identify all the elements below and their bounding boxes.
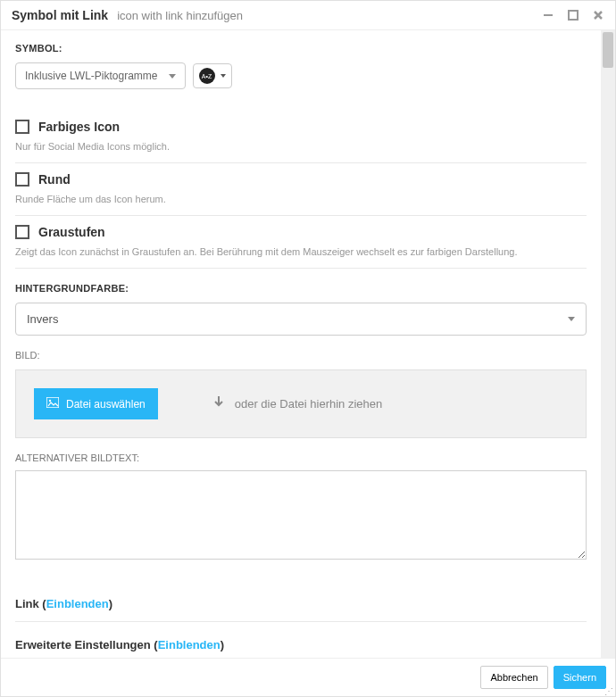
colored-icon-label: Farbiges Icon (38, 120, 120, 134)
chevron-down-icon (169, 74, 176, 79)
upload-hint-text: oder die Datei hierhin ziehen (235, 397, 383, 411)
symbol-dropdown[interactable]: Inklusive LWL-Piktogramme (15, 62, 186, 89)
scrollbar[interactable] (601, 30, 615, 658)
alttext-label: ALTERNATIVER BILDTEXT: (15, 452, 587, 463)
close-icon[interactable] (592, 9, 604, 21)
grayscale-hint: Zeigt das Icon zunächst in Graustufen an… (15, 246, 587, 257)
resize-grip-icon[interactable]: ⋰ (604, 689, 613, 694)
dialog-footer: Abbrechen Sichern ⋰ (1, 658, 615, 696)
round-label: Rund (38, 172, 71, 187)
svg-point-3 (49, 400, 51, 402)
dialog-content: SYMBOL: Inklusive LWL-Piktogramme A•Z Fa… (1, 30, 601, 658)
link-section-header[interactable]: Link (Einblenden) (15, 581, 587, 622)
bgcolor-value: Invers (27, 312, 58, 326)
symbol-label: SYMBOL: (15, 43, 587, 54)
upload-dropzone[interactable]: Datei auswählen oder die Datei hierhin z… (15, 369, 587, 438)
sort-toggle[interactable]: A•Z (193, 63, 232, 88)
svg-rect-1 (569, 11, 578, 20)
round-checkbox[interactable] (15, 172, 29, 187)
round-hint: Runde Fläche um das Icon herum. (15, 194, 587, 204)
advanced-section-toggle[interactable]: Einblenden (158, 638, 221, 651)
minimize-icon[interactable] (542, 9, 554, 21)
symbol-dropdown-value: Inklusive LWL-Piktogramme (25, 70, 158, 82)
chevron-down-icon (568, 317, 575, 321)
scrollbar-thumb[interactable] (603, 32, 613, 68)
arrow-down-icon (212, 394, 226, 413)
dialog-window: Symbol mit Link icon with link hinzufüge… (0, 0, 616, 697)
colored-icon-hint: Nur für Social Media Icons möglich. (15, 141, 587, 152)
grayscale-checkbox[interactable] (15, 225, 29, 239)
dialog-title: Symbol mit Link (12, 8, 108, 22)
svg-rect-2 (46, 397, 59, 408)
save-button[interactable]: Sichern (554, 666, 606, 689)
chevron-down-icon (221, 74, 226, 78)
maximize-icon[interactable] (567, 9, 579, 21)
svg-rect-0 (544, 14, 553, 16)
advanced-section-header[interactable]: Erweiterte Einstellungen (Einblenden) (15, 622, 587, 658)
colored-icon-checkbox[interactable] (15, 120, 29, 134)
titlebar: Symbol mit Link icon with link hinzufüge… (1, 1, 615, 30)
image-label: BILD: (15, 350, 587, 361)
link-section-toggle[interactable]: Einblenden (46, 597, 109, 610)
bgcolor-select[interactable]: Invers (15, 303, 587, 336)
sort-alpha-icon: A•Z (199, 68, 215, 84)
bgcolor-label: HINTERGRUNDFARBE: (15, 283, 587, 294)
grayscale-label: Graustufen (38, 225, 105, 239)
alttext-input[interactable] (15, 470, 587, 560)
image-icon (46, 397, 59, 411)
cancel-button[interactable]: Abbrechen (480, 666, 547, 689)
dialog-subtitle: icon with link hinzufügen (117, 9, 243, 22)
choose-file-button[interactable]: Datei auswählen (34, 388, 158, 419)
choose-file-label: Datei auswählen (66, 398, 146, 411)
